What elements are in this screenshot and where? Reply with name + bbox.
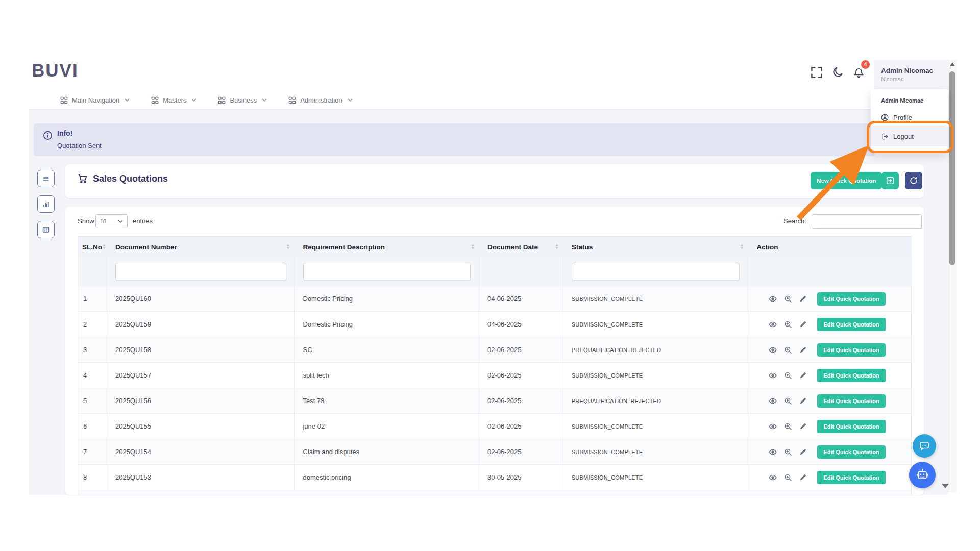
cell-action: Edit Quick Quotation <box>748 465 911 490</box>
bar-chart-icon <box>42 200 50 208</box>
column-header-requirement-description[interactable]: Requirement Description ▲▼ <box>295 237 480 257</box>
edit-pencil-icon[interactable] <box>799 295 807 303</box>
cell-document-date: 02-06-2025 <box>479 439 564 464</box>
edit-pencil-icon[interactable] <box>799 422 807 430</box>
user-menu-trigger[interactable]: Admin Nicomac Nicomac <box>874 60 948 89</box>
requirement-description-filter-input[interactable] <box>303 263 471 281</box>
cell-requirement-description: SC <box>295 337 479 362</box>
cell-status: SUBMISSION_COMPLETE <box>564 286 749 311</box>
sort-icon: ▲▼ <box>555 244 559 250</box>
sidebar-table-button[interactable] <box>37 221 55 238</box>
table-row: 8 2025QU153 domestic pricing 30-05-2025 … <box>78 464 911 490</box>
view-eye-icon[interactable] <box>769 371 777 380</box>
nav-item-administration[interactable]: Administration <box>288 96 352 104</box>
edit-quick-quotation-button[interactable]: Edit Quick Quotation <box>817 420 885 433</box>
show-label: Show <box>78 217 94 225</box>
nav-item-main-navigation[interactable]: Main Navigation <box>60 96 130 104</box>
document-number-filter-input[interactable] <box>115 263 286 281</box>
zoom-detail-icon[interactable] <box>784 448 792 456</box>
edit-pencil-icon[interactable] <box>799 371 807 379</box>
edit-quick-quotation-button[interactable]: Edit Quick Quotation <box>817 445 885 459</box>
edit-quick-quotation-button[interactable]: Edit Quick Quotation <box>817 318 885 331</box>
edit-quick-quotation-button[interactable]: Edit Quick Quotation <box>817 343 885 357</box>
column-header-document-date[interactable]: Document Date ▲▼ <box>479 237 564 257</box>
zoom-detail-icon[interactable] <box>784 295 792 303</box>
cell-action: Edit Quick Quotation <box>748 312 911 337</box>
cell-status: PREQUALIFICATION_REJECTED <box>564 337 749 362</box>
table-icon <box>42 226 50 234</box>
edit-quick-quotation-button[interactable]: Edit Quick Quotation <box>817 369 885 382</box>
scrollbar-thumb[interactable] <box>949 71 955 265</box>
cell-status: PREQUALIFICATION_REJECTED <box>564 388 749 413</box>
chatbot-fab-button[interactable] <box>909 462 936 488</box>
search-input[interactable] <box>812 214 922 229</box>
table-row: 7 2025QU154 Claim and disputes 02-06-202… <box>78 439 911 464</box>
status-filter-input[interactable] <box>572 263 740 281</box>
scroll-down-arrow-icon[interactable] <box>942 484 949 488</box>
view-eye-icon[interactable] <box>769 397 777 405</box>
zoom-detail-icon[interactable] <box>784 473 792 482</box>
zoom-detail-icon[interactable] <box>784 397 792 405</box>
dark-mode-icon[interactable] <box>832 66 845 80</box>
fullscreen-icon[interactable] <box>811 66 824 80</box>
edit-pencil-icon[interactable] <box>799 346 807 354</box>
view-eye-icon[interactable] <box>769 422 777 431</box>
scroll-up-arrow-icon[interactable] <box>950 62 955 66</box>
edit-quick-quotation-button[interactable]: Edit Quick Quotation <box>817 471 885 484</box>
page-size-select[interactable]: 10 <box>95 214 128 228</box>
cell-requirement-description: split tech <box>295 363 479 388</box>
cell-status: SUBMISSION_COMPLETE <box>564 312 749 337</box>
cell-document-number: 2025QU154 <box>107 439 295 464</box>
chevron-down-icon <box>118 220 123 223</box>
view-eye-icon[interactable] <box>769 473 777 482</box>
new-quick-quotation-button[interactable]: New Quick Quotation <box>811 172 882 189</box>
grid-icon <box>218 96 226 104</box>
column-header-status[interactable]: Status ▲▼ <box>564 237 749 257</box>
edit-pencil-icon[interactable] <box>799 320 807 328</box>
cell-requirement-description: june 02 <box>295 414 479 439</box>
info-icon <box>43 131 53 140</box>
zoom-detail-icon[interactable] <box>784 320 792 329</box>
edit-pencil-icon[interactable] <box>799 448 807 456</box>
refresh-button[interactable] <box>905 172 922 189</box>
cell-document-number: 2025QU160 <box>107 286 295 311</box>
edit-pencil-icon[interactable] <box>799 397 807 405</box>
view-eye-icon[interactable] <box>769 320 777 329</box>
notifications-bell-icon[interactable] <box>853 67 866 81</box>
menu-item-logout[interactable]: Logout <box>871 126 948 146</box>
cell-status: SUBMISSION_COMPLETE <box>564 414 749 439</box>
nav-item-business[interactable]: Business <box>218 96 267 104</box>
table-header-row: SL.No ▲▼ Document Number ▲▼ Requirement … <box>78 237 911 257</box>
grid-icon <box>288 96 296 104</box>
column-header-document-number[interactable]: Document Number ▲▼ <box>107 237 295 257</box>
cell-action: Edit Quick Quotation <box>748 337 911 362</box>
sort-icon: ▲▼ <box>740 244 744 250</box>
edit-quick-quotation-button[interactable]: Edit Quick Quotation <box>817 394 885 408</box>
sort-icon: ▲▼ <box>286 244 290 250</box>
chat-fab-button[interactable] <box>913 434 936 458</box>
brand-logo: BUVI <box>32 60 79 81</box>
sidebar-chart-button[interactable] <box>37 195 55 213</box>
table-row: 4 2025QU157 split tech 02-06-2025 SUBMIS… <box>78 362 911 388</box>
sidebar-menu-button[interactable] <box>37 170 55 187</box>
add-button[interactable] <box>881 172 899 189</box>
zoom-detail-icon[interactable] <box>784 371 792 380</box>
edit-quick-quotation-button[interactable]: Edit Quick Quotation <box>817 292 885 306</box>
column-header-sl-no[interactable]: SL.No ▲▼ <box>78 237 107 257</box>
table-row-partial <box>78 490 911 495</box>
chevron-down-icon <box>125 98 130 102</box>
edit-pencil-icon[interactable] <box>799 473 807 481</box>
cell-document-number: 2025QU153 <box>107 465 295 490</box>
info-alert <box>34 123 876 156</box>
cell-document-number: 2025QU155 <box>107 414 295 439</box>
cell-sl-no: 6 <box>78 414 107 439</box>
view-eye-icon[interactable] <box>769 448 777 456</box>
view-eye-icon[interactable] <box>769 346 777 354</box>
nav-item-masters[interactable]: Masters <box>151 96 197 104</box>
alert-message: Quotation Sent <box>57 142 102 149</box>
zoom-detail-icon[interactable] <box>784 422 792 431</box>
menu-item-profile[interactable]: Profile <box>871 109 948 126</box>
zoom-detail-icon[interactable] <box>784 346 792 354</box>
view-eye-icon[interactable] <box>769 295 777 303</box>
cell-status: SUBMISSION_COMPLETE <box>564 439 749 464</box>
